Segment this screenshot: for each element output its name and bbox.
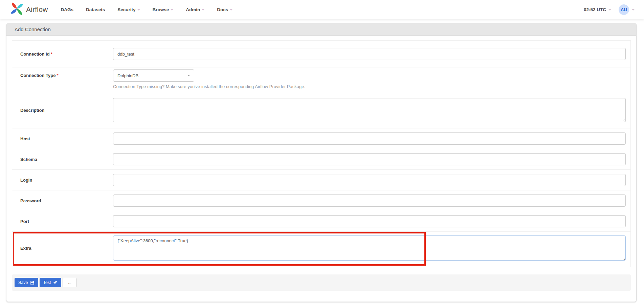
main-nav: DAGs Datasets Security Browse Admin Docs [61, 7, 232, 12]
floppy-disk-icon [30, 281, 35, 285]
avatar: AU [619, 4, 629, 15]
field-control [113, 98, 626, 122]
connection-type-select[interactable]: DolphinDB [113, 69, 194, 82]
chevron-down-icon [608, 9, 611, 11]
nav-item-browse[interactable]: Browse [153, 7, 174, 12]
host-label: Host [12, 136, 113, 141]
form-row-port: Port [12, 211, 630, 232]
connection-form: Connection Id* Connection Type* DolphinD… [6, 36, 636, 302]
chevron-down-icon [137, 9, 140, 11]
airflow-pinwheel-icon [10, 2, 24, 17]
save-label: Save [18, 280, 28, 285]
nav-item-datasets[interactable]: Datasets [86, 7, 105, 12]
description-label: Description [12, 108, 113, 113]
nav-label: Security [117, 7, 135, 12]
form-row-connection-type: Connection Type* DolphinDB Connection Ty… [12, 67, 630, 92]
login-input[interactable] [113, 174, 626, 186]
back-button[interactable]: ← [63, 278, 76, 287]
nav-label: Datasets [86, 7, 105, 12]
connection-id-label: Connection Id* [12, 52, 113, 57]
field-label: Host [20, 136, 30, 141]
airflow-brand-link[interactable]: Airflow [10, 2, 48, 17]
form-row-description: Description [12, 92, 630, 128]
connection-id-input[interactable] [113, 48, 626, 60]
nav-label: Browse [153, 7, 169, 12]
nav-item-admin[interactable]: Admin [186, 7, 204, 12]
test-button[interactable]: Test [40, 278, 62, 287]
nav-label: DAGs [61, 7, 73, 12]
connection-type-label: Connection Type* [12, 69, 113, 82]
rocket-icon [53, 280, 58, 285]
field-label: Port [20, 219, 29, 224]
selected-option: DolphinDB [117, 73, 138, 78]
form-row-password: Password [12, 190, 630, 211]
form-row-extra: Extra {"KeepAlive":3600,"reconnect":True… [12, 232, 630, 267]
navbar-right: 02:52 UTC AU [584, 4, 635, 15]
field-label: Login [20, 178, 32, 183]
required-asterisk: * [57, 73, 58, 78]
field-control [113, 132, 626, 145]
port-input[interactable] [113, 215, 626, 227]
save-button[interactable]: Save [15, 278, 38, 287]
nav-item-docs[interactable]: Docs [217, 7, 232, 12]
nav-item-dags[interactable]: DAGs [61, 7, 73, 12]
chevron-down-icon [632, 9, 635, 11]
field-label: Connection Id [20, 52, 50, 57]
form-row-host: Host [12, 128, 630, 149]
chevron-down-icon [202, 9, 204, 11]
form-footer: Save Test [12, 274, 631, 291]
add-connection-panel: Add Connection Connection Id* Connection… [6, 23, 637, 302]
clock-label: 02:52 UTC [584, 7, 606, 12]
schema-input[interactable] [113, 153, 626, 165]
nav-label: Docs [217, 7, 228, 12]
brand-title: Airflow [26, 5, 48, 14]
password-input[interactable] [113, 194, 626, 207]
back-arrow-icon: ← [67, 280, 72, 286]
port-label: Port [12, 219, 113, 224]
field-control [113, 215, 626, 227]
login-label: Login [12, 178, 113, 183]
page-title: Add Connection [6, 23, 636, 36]
field-label: Description [20, 108, 45, 113]
navbar: Airflow DAGs Datasets Security Browse Ad… [0, 0, 644, 19]
field-control: {"KeepAlive":3600,"reconnect":True} [113, 235, 626, 261]
test-label: Test [43, 280, 51, 285]
nav-label: Admin [186, 7, 200, 12]
user-menu[interactable]: AU [619, 4, 635, 15]
chevron-down-icon [230, 9, 232, 11]
field-control [113, 194, 626, 207]
form-row-login: Login [12, 170, 630, 190]
field-label: Extra [20, 246, 31, 251]
description-textarea[interactable] [113, 98, 626, 122]
required-asterisk: * [51, 52, 52, 57]
field-label: Password [20, 198, 41, 203]
field-control: DolphinDB Connection Type missing? Make … [113, 69, 626, 89]
form-row-schema: Schema [12, 149, 630, 170]
clock-dropdown[interactable]: 02:52 UTC [584, 7, 611, 12]
field-control [113, 153, 626, 165]
field-label: Connection Type [20, 73, 55, 78]
connection-type-help: Connection Type missing? Make sure you'v… [113, 84, 626, 89]
form-table: Connection Id* Connection Type* DolphinD… [12, 40, 631, 267]
select-caret-icon [188, 75, 190, 76]
extra-textarea[interactable]: {"KeepAlive":3600,"reconnect":True} [113, 235, 626, 261]
chevron-down-icon [171, 9, 173, 11]
host-input[interactable] [113, 132, 626, 145]
schema-label: Schema [12, 157, 113, 162]
form-row-connection-id: Connection Id* [12, 41, 630, 67]
field-control [113, 174, 626, 186]
field-control [113, 48, 626, 60]
field-label: Schema [20, 157, 37, 162]
password-label: Password [12, 198, 113, 203]
nav-item-security[interactable]: Security [117, 7, 140, 12]
extra-label: Extra [12, 246, 113, 251]
